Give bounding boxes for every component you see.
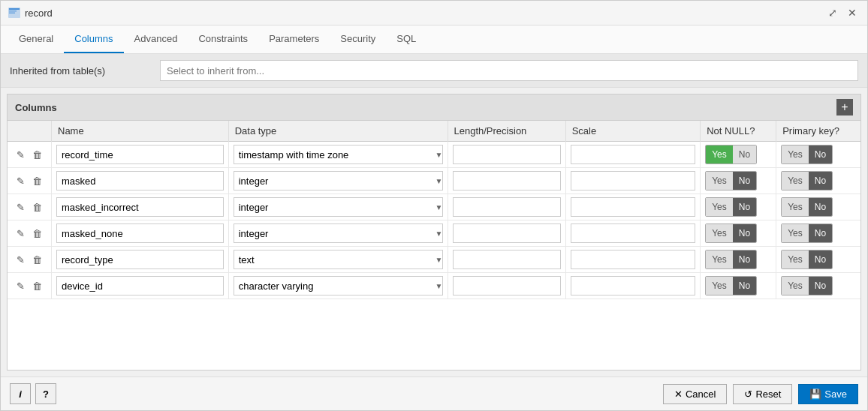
tab-constraints[interactable]: Constraints: [188, 26, 258, 53]
action-cell: ✎ 🗑: [8, 273, 52, 299]
name-input[interactable]: [56, 276, 224, 296]
scale-input[interactable]: [571, 250, 696, 269]
not-null-no-button[interactable]: No: [733, 172, 756, 190]
not-null-no-button[interactable]: No: [733, 198, 756, 216]
tab-advanced[interactable]: Advanced: [124, 26, 188, 53]
edit-row-button[interactable]: ✎: [15, 200, 26, 214]
delete-row-button[interactable]: 🗑: [31, 253, 44, 267]
save-label: Save: [824, 388, 847, 400]
name-input[interactable]: [56, 250, 224, 269]
inherit-label: Inherited from table(s): [10, 65, 160, 76]
th-actions: [8, 121, 52, 142]
data-type-select[interactable]: timestamp with time zoneintegertextchara…: [234, 276, 443, 296]
primary-key-cell: Yes No: [776, 142, 860, 168]
inherit-input[interactable]: [160, 60, 858, 81]
name-input[interactable]: [56, 197, 224, 217]
scale-input[interactable]: [571, 171, 696, 190]
not-null-yes-button[interactable]: Yes: [706, 277, 733, 295]
name-input[interactable]: [56, 145, 224, 164]
scale-input[interactable]: [571, 197, 696, 217]
delete-row-button[interactable]: 🗑: [31, 174, 44, 188]
delete-row-button[interactable]: 🗑: [31, 200, 44, 214]
tab-sql[interactable]: SQL: [386, 26, 426, 53]
data-type-select[interactable]: timestamp with time zoneintegertextchara…: [234, 224, 443, 243]
primary-key-no-button[interactable]: No: [809, 224, 832, 242]
columns-section: Columns + Name Data type Length/Precisio…: [1, 88, 867, 376]
primary-key-no-button[interactable]: No: [809, 172, 832, 190]
length-input[interactable]: [453, 197, 561, 217]
tab-parameters[interactable]: Parameters: [258, 26, 330, 53]
delete-row-button[interactable]: 🗑: [31, 226, 44, 241]
scale-input[interactable]: [571, 276, 696, 296]
data-type-select[interactable]: timestamp with time zoneintegertextchara…: [234, 145, 443, 164]
primary-key-yes-button[interactable]: Yes: [782, 250, 809, 268]
not-null-toggle: Yes No: [705, 250, 757, 269]
cancel-button[interactable]: ✕ Cancel: [663, 384, 727, 404]
th-primary: Primary key?: [776, 121, 860, 142]
scale-cell: [565, 273, 701, 299]
action-cell: ✎ 🗑: [8, 220, 52, 247]
not-null-yes-button[interactable]: Yes: [706, 172, 733, 190]
name-input[interactable]: [56, 171, 224, 190]
not-null-no-button[interactable]: No: [733, 250, 756, 268]
tab-security[interactable]: Security: [330, 26, 386, 53]
primary-key-no-button[interactable]: No: [809, 277, 832, 295]
maximize-button[interactable]: ⤢: [825, 5, 840, 20]
not-null-yes-button[interactable]: Yes: [706, 250, 733, 268]
reset-button[interactable]: ↺ Reset: [733, 384, 792, 404]
delete-row-button[interactable]: 🗑: [31, 279, 44, 293]
primary-key-yes-button[interactable]: Yes: [782, 277, 809, 295]
tab-columns[interactable]: Columns: [64, 26, 123, 53]
not-null-no-button[interactable]: No: [733, 224, 756, 242]
edit-row-button[interactable]: ✎: [15, 253, 26, 267]
primary-key-yes-button[interactable]: Yes: [782, 146, 809, 164]
scale-input[interactable]: [571, 224, 696, 243]
columns-table: Name Data type Length/Precision Scale No…: [8, 121, 860, 299]
table-row: ✎ 🗑 timestamp with time zoneintegertextc…: [8, 273, 860, 299]
edit-row-button[interactable]: ✎: [15, 174, 26, 188]
data-type-select[interactable]: timestamp with time zoneintegertextchara…: [234, 197, 443, 217]
primary-key-yes-button[interactable]: Yes: [782, 172, 809, 190]
not-null-yes-button[interactable]: Yes: [706, 146, 733, 164]
length-cell: [448, 273, 565, 299]
edit-row-button[interactable]: ✎: [15, 279, 26, 293]
info-button[interactable]: i: [10, 383, 31, 404]
primary-key-cell: Yes No: [776, 194, 860, 220]
primary-key-toggle: Yes No: [781, 197, 833, 217]
primary-key-no-button[interactable]: No: [809, 250, 832, 268]
primary-key-cell: Yes No: [776, 247, 860, 273]
not-null-no-button[interactable]: No: [733, 146, 756, 164]
th-notnull: Not NULL?: [701, 121, 776, 142]
table-row: ✎ 🗑 timestamp with time zoneintegertextc…: [8, 247, 860, 273]
help-button[interactable]: ?: [35, 383, 56, 404]
tab-general[interactable]: General: [8, 26, 64, 53]
not-null-cell: Yes No: [701, 142, 776, 168]
data-type-select[interactable]: timestamp with time zoneintegertextchara…: [234, 250, 443, 269]
name-input[interactable]: [56, 224, 224, 243]
primary-key-yes-button[interactable]: Yes: [782, 224, 809, 242]
name-cell: [52, 194, 229, 220]
edit-row-button[interactable]: ✎: [15, 148, 26, 162]
primary-key-yes-button[interactable]: Yes: [782, 198, 809, 216]
scale-cell: [565, 142, 701, 168]
edit-row-button[interactable]: ✎: [15, 226, 26, 241]
length-input[interactable]: [453, 145, 561, 164]
save-icon: 💾: [809, 388, 821, 400]
save-button[interactable]: 💾 Save: [798, 384, 858, 404]
length-input[interactable]: [453, 276, 561, 296]
add-column-button[interactable]: +: [836, 99, 853, 116]
not-null-yes-button[interactable]: Yes: [706, 224, 733, 242]
title-bar-left: record: [8, 7, 53, 19]
length-input[interactable]: [453, 171, 561, 190]
not-null-yes-button[interactable]: Yes: [706, 198, 733, 216]
data-type-cell: timestamp with time zoneintegertextchara…: [228, 142, 448, 168]
length-input[interactable]: [453, 224, 561, 243]
primary-key-no-button[interactable]: No: [809, 198, 832, 216]
close-button[interactable]: ✕: [845, 5, 860, 20]
data-type-select[interactable]: timestamp with time zoneintegertextchara…: [234, 171, 443, 190]
scale-input[interactable]: [571, 145, 696, 164]
delete-row-button[interactable]: 🗑: [31, 148, 44, 162]
primary-key-no-button[interactable]: No: [809, 146, 832, 164]
not-null-no-button[interactable]: No: [733, 277, 756, 295]
length-input[interactable]: [453, 250, 561, 269]
